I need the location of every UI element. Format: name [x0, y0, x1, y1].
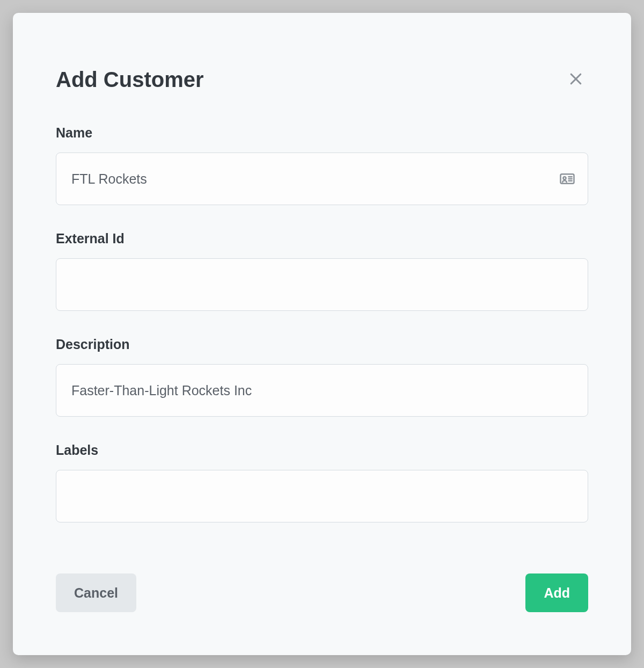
close-icon	[568, 71, 584, 89]
add-button-label: Add	[544, 585, 570, 601]
form-group-labels: Labels	[56, 442, 588, 522]
form-group-external-id: External Id	[56, 231, 588, 311]
name-field[interactable]	[56, 153, 588, 205]
svg-point-3	[564, 177, 566, 179]
labels-field[interactable]	[56, 470, 588, 522]
labels-label: Labels	[56, 442, 588, 458]
name-label: Name	[56, 125, 588, 141]
external-id-field[interactable]	[56, 258, 588, 311]
input-wrapper	[56, 153, 588, 205]
id-card-icon	[559, 171, 575, 187]
add-button[interactable]: Add	[525, 573, 588, 612]
external-id-label: External Id	[56, 231, 588, 246]
cancel-button[interactable]: Cancel	[56, 573, 136, 612]
description-field[interactable]	[56, 364, 588, 417]
description-label: Description	[56, 337, 588, 352]
cancel-button-label: Cancel	[74, 585, 118, 601]
form-group-description: Description	[56, 337, 588, 417]
modal-header: Add Customer	[56, 67, 588, 93]
add-customer-modal: Add Customer Name	[13, 13, 631, 655]
close-button[interactable]	[564, 67, 588, 93]
modal-footer: Cancel Add	[56, 557, 588, 612]
form-group-name: Name	[56, 125, 588, 205]
modal-title: Add Customer	[56, 68, 204, 92]
